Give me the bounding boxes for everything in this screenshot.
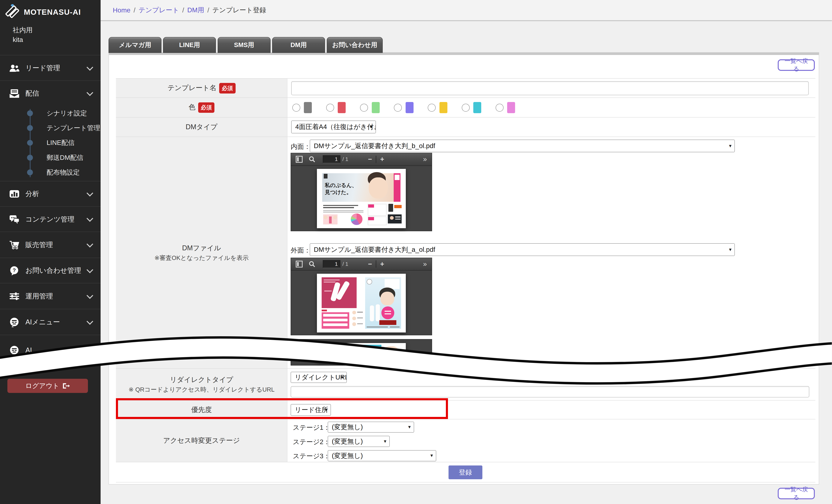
app-logo[interactable]: MOTENASU-AI bbox=[4, 4, 81, 21]
pdf-preview-third-partial bbox=[291, 339, 432, 366]
chevron-down-icon bbox=[86, 241, 93, 248]
stage1-label: ステージ1： bbox=[293, 423, 330, 432]
sidebar-item-sales[interactable]: 販売管理 bbox=[0, 232, 101, 258]
select-arrow-icon: ▼ bbox=[369, 124, 373, 130]
color-radio[interactable] bbox=[326, 104, 334, 112]
sidebar-subitem-postal-dm[interactable]: 郵送DM配信 bbox=[0, 151, 101, 164]
pdf-tools-icon[interactable]: » bbox=[423, 260, 426, 268]
sidebar-item-inquiry[interactable]: ? お問い合わせ管理 bbox=[0, 258, 101, 283]
sidebar-subitem-template[interactable]: テンプレート管理 bbox=[0, 122, 101, 134]
template-name-label-cell: テンプレート名必須 bbox=[116, 78, 287, 98]
tab-inquiry[interactable]: お問い合わせ用 bbox=[327, 37, 383, 53]
breadcrumb-template-link[interactable]: テンプレート bbox=[138, 6, 179, 15]
color-radio[interactable] bbox=[292, 104, 300, 112]
template-type-tabs: メルマガ用 LINE用 SMS用 DM用 お問い合わせ用 bbox=[108, 37, 383, 53]
sidebar-item-label: 分析 bbox=[25, 189, 39, 199]
chevron-down-icon bbox=[86, 292, 93, 299]
sidebar-item-content[interactable]: コンテンツ管理 bbox=[0, 206, 101, 232]
users-icon bbox=[8, 62, 20, 74]
sidebar-item-label: AI bbox=[25, 346, 32, 354]
sidebar-item-analytics[interactable]: 分析 bbox=[0, 181, 101, 207]
logout-icon bbox=[62, 383, 70, 389]
dm-type-label: DMタイプ bbox=[186, 122, 217, 132]
sidebar-subitem-line[interactable]: LINE配信 bbox=[0, 136, 101, 149]
pdf-page-input[interactable]: 1 bbox=[323, 260, 340, 268]
color-radio[interactable] bbox=[462, 104, 470, 112]
select-arrow-icon: ▼ bbox=[324, 408, 329, 412]
select-arrow-icon: ▼ bbox=[383, 439, 387, 444]
dm-file-note: ※審査OKとなったファイルを表示 bbox=[154, 253, 249, 262]
pdf-zoom-in-icon[interactable]: + bbox=[379, 260, 386, 268]
template-name-input[interactable] bbox=[291, 81, 809, 95]
toolbar-divider bbox=[376, 156, 376, 163]
pdf-search-icon[interactable] bbox=[309, 261, 315, 268]
breadcrumb-dm-link[interactable]: DM用 bbox=[187, 6, 204, 15]
sidebar-divider bbox=[0, 365, 101, 365]
pdf-toolbar: 1 / 1 − + » bbox=[291, 258, 432, 271]
color-radio[interactable] bbox=[496, 104, 503, 112]
sidebar-item-ai-menu[interactable]: AIメニュー bbox=[0, 309, 101, 335]
stage3-select[interactable]: (変更無し)▼ bbox=[328, 450, 436, 461]
bullet-icon bbox=[27, 110, 33, 116]
pdf-viewer-body: 私のぷるん、 見つけた。 bbox=[291, 166, 432, 231]
outer-face-label: 外面： bbox=[291, 246, 311, 255]
redirect-type-select[interactable]: リダイレクトURL▼ bbox=[291, 372, 347, 383]
chevron-down-icon bbox=[86, 318, 93, 325]
tab-sms[interactable]: SMS用 bbox=[218, 37, 270, 53]
pdf-sidebar-toggle-icon[interactable] bbox=[296, 261, 303, 268]
tab-dm[interactable]: DM用 bbox=[272, 37, 325, 53]
redirect-label-cell: リダイレクトタイプ ※ QRコードよりアクセス時、リダイレクトするURL bbox=[116, 369, 287, 400]
color-radio[interactable] bbox=[428, 104, 436, 112]
sidebar-subitem-scenario[interactable]: シナリオ設定 bbox=[0, 107, 101, 119]
breadcrumb-current: テンプレート登録 bbox=[212, 6, 266, 15]
back-to-list-button-top[interactable]: 一覧へ戻る bbox=[778, 59, 815, 71]
tab-line[interactable]: LINE用 bbox=[163, 37, 216, 53]
template-name-label: テンプレート名 bbox=[167, 84, 216, 92]
submit-row: 登録 bbox=[116, 462, 815, 482]
redirect-url-input[interactable] bbox=[291, 386, 809, 397]
stage1-select[interactable]: (変更無し)▼ bbox=[328, 422, 414, 433]
inner-file-select[interactable]: DMサンプル_返信要書付き大判_b_ol.pdf▼ bbox=[310, 140, 735, 152]
bullet-icon bbox=[27, 155, 33, 161]
color-radio[interactable] bbox=[360, 104, 368, 112]
app-logo-text: MOTENASU-AI bbox=[24, 8, 81, 17]
tab-mailmag[interactable]: メルマガ用 bbox=[108, 37, 161, 53]
redirect-note: ※ QRコードよりアクセス時、リダイレクトするURL bbox=[129, 385, 275, 394]
breadcrumb-home-link[interactable]: Home bbox=[113, 6, 130, 14]
priority-value-cell: リード住所▼ bbox=[287, 400, 815, 420]
sidebar-item-ai-2[interactable]: AI bbox=[0, 335, 101, 365]
pdf-tools-icon[interactable]: » bbox=[423, 155, 426, 163]
dm-type-select[interactable]: 4面圧着A4（往復はがき付き）▼ bbox=[291, 120, 376, 133]
pdf-search-icon[interactable] bbox=[309, 156, 315, 163]
breadcrumb-separator: / bbox=[134, 6, 136, 14]
account-org: 社内用 bbox=[13, 25, 32, 35]
sidebar-subitem-distribution[interactable]: 配布物設定 bbox=[0, 166, 101, 179]
pdf-zoom-out-icon[interactable]: − bbox=[366, 155, 374, 163]
select-arrow-icon: ▼ bbox=[728, 144, 732, 148]
sidebar-item-operations[interactable]: 運用管理 bbox=[0, 283, 101, 309]
stage2-select[interactable]: (変更無し)▼ bbox=[328, 436, 390, 447]
pdf-page-input[interactable]: 1 bbox=[323, 155, 340, 163]
required-badge: 必須 bbox=[198, 103, 215, 113]
pdf-page-thumbnail-inner: 私のぷるん、 見つけた。 bbox=[317, 169, 406, 228]
color-option-gray bbox=[292, 102, 312, 113]
pdf-sidebar-toggle-icon[interactable] bbox=[296, 156, 303, 163]
dm-type-value-cell: 4面圧着A4（往復はがき付き）▼ bbox=[287, 117, 815, 137]
chevron-down-icon bbox=[86, 267, 93, 273]
pdf-zoom-in-icon[interactable]: + bbox=[379, 155, 386, 163]
pdf-zoom-out-icon[interactable]: − bbox=[366, 260, 374, 268]
logout-button[interactable]: ログアウト bbox=[7, 379, 88, 393]
priority-select[interactable]: リード住所▼ bbox=[291, 404, 331, 416]
outer-file-select[interactable]: DMサンプル_返信要書付き大判_a_ol.pdf▼ bbox=[310, 243, 735, 256]
sidebar-item-label: お問い合わせ管理 bbox=[25, 266, 81, 275]
dm-file-label-cell: DMファイル ※審査OKとなったファイルを表示 bbox=[116, 137, 287, 369]
color-value-cell bbox=[287, 98, 815, 117]
submit-button[interactable]: 登録 bbox=[448, 466, 483, 479]
sidebar-item-delivery[interactable]: 配信 bbox=[0, 81, 101, 106]
color-swatch bbox=[439, 102, 447, 113]
back-to-list-button-bottom[interactable]: 一覧へ戻る bbox=[778, 488, 815, 500]
color-swatch bbox=[406, 102, 414, 113]
sidebar-item-label: 運用管理 bbox=[25, 292, 53, 301]
color-radio[interactable] bbox=[394, 104, 402, 112]
sidebar-item-leads[interactable]: リード管理 bbox=[0, 55, 101, 81]
